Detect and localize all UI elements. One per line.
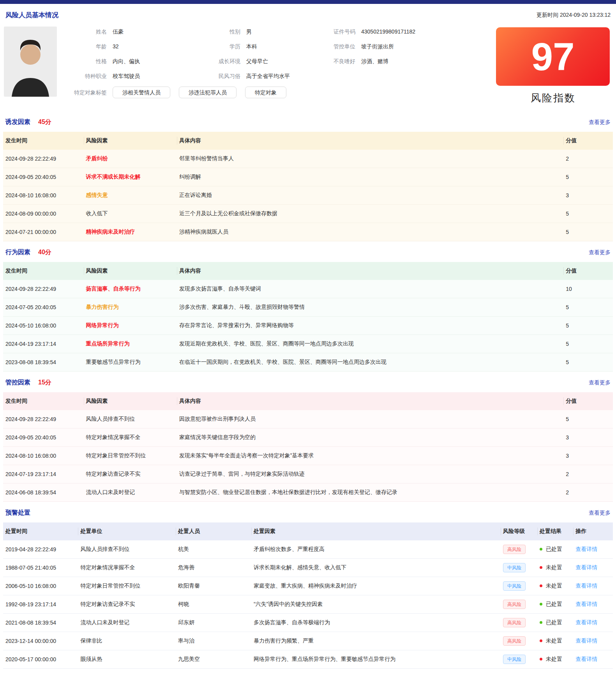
character-label: 性格: [63, 57, 107, 66]
result-status-dot: [540, 566, 542, 569]
cell-risk-level: 高风险: [501, 614, 537, 632]
name-label: 姓名: [63, 27, 107, 36]
view-detail-link[interactable]: 查看详情: [575, 637, 597, 644]
col-header-disposal-unit: 处置单位: [78, 522, 175, 540]
cell-action: 查看详情: [573, 577, 613, 595]
page-header: 风险人员基本情况 更新时间 2024-09-20 13:23:12: [3, 4, 613, 24]
page-title: 风险人员基本情况: [5, 11, 58, 19]
col-header-disposal-result: 处置结果: [537, 522, 573, 540]
section-header: 管控因素 15分 查看更多: [3, 372, 613, 392]
risk-level-badge: 高风险: [503, 636, 526, 646]
table-row: 2024-04-19 23:17:14 重点场所异常行为 发现近期在党政机关、学…: [3, 335, 613, 353]
col-header-time: 发生时间: [3, 392, 84, 410]
gender-value: 男: [246, 27, 252, 36]
cell-score: 5: [563, 335, 613, 353]
view-more-link[interactable]: 查看更多: [589, 119, 611, 126]
view-more-link[interactable]: 查看更多: [589, 379, 611, 386]
cell-time: 2024-04-19 23:17:14: [3, 335, 84, 353]
custom-label: 民风习俗: [194, 72, 240, 80]
result-status-dot: [540, 548, 542, 551]
cell-content: 近三个月及以上无公积金或社保缴存数据: [177, 205, 563, 223]
cell-disposal-result: 已处置: [537, 595, 573, 614]
table-row: 2024-09-28 22:22:49 风险人员排查不到位 因故意犯罪被作出刑事…: [3, 410, 613, 428]
cell-disposal-factor: 多次扬言滋事、自杀等极端行为: [251, 614, 501, 632]
section-alert-disposal: 预警处置 查看更多 处置时间 处置单位 处置人员 处置因素 风险等级 处置结果 …: [3, 502, 613, 669]
risk-score-panel: 97 风险指数: [496, 27, 613, 105]
cell-score: 5: [563, 410, 613, 428]
factor-label: 特定对象访查记录不实: [86, 471, 141, 477]
cell-factor: 风险人员排查不到位: [84, 410, 177, 428]
section-title: 预警处置: [5, 509, 30, 517]
cell-score: 10: [563, 280, 613, 298]
result-label: 未处置: [546, 637, 562, 644]
cell-disposal-result: 已处置: [537, 614, 573, 632]
view-detail-link[interactable]: 查看详情: [575, 619, 597, 625]
cell-disposal-unit: 特定对象日常管控不到位: [78, 577, 175, 595]
cell-content: 涉精神疾病就医人员: [177, 223, 563, 241]
cell-factor: 精神疾病未及时治疗: [84, 223, 177, 241]
cell-content: 正在诉讼离婚: [177, 186, 563, 205]
section-header: 行为因素 40分 查看更多: [3, 241, 613, 262]
cell-disposal-factor: 诉求长期未化解、感情失意、收入低下: [251, 559, 501, 577]
view-detail-link[interactable]: 查看详情: [575, 582, 597, 589]
cell-disposal-time: 1988-07-05 21:40:05: [3, 559, 78, 577]
cell-risk-level: 中风险: [501, 559, 537, 577]
section-score: 40分: [38, 248, 51, 257]
cell-disposal-time: 2020-05-17 00:00:00: [3, 650, 78, 669]
special-job-value: 校车驾驶员: [113, 72, 140, 80]
view-more-link[interactable]: 查看更多: [589, 510, 611, 517]
section-score: 45分: [38, 118, 51, 126]
cell-disposal-unit: 保律非比: [78, 632, 175, 650]
cell-disposal-person: 柯晓: [176, 595, 251, 614]
cell-factor: 感情失意: [84, 186, 177, 205]
cell-disposal-person: 欧阳青馨: [176, 577, 251, 595]
table-row: 2024-08-10 16:08:00 特定对象日常管控不到位 发现未落实“每半…: [3, 447, 613, 465]
cell-time: 2024-07-19 23:17:14: [3, 465, 84, 483]
factor-label: 感情失意: [86, 192, 108, 198]
bad-habit-value: 涉酒、赌博: [361, 57, 388, 66]
cell-score: 5: [563, 205, 613, 223]
table-row: 2024-07-19 23:17:14 特定对象访查记录不实 访查记录过于简单、…: [3, 465, 613, 483]
col-header-disposal-factor: 处置因素: [251, 522, 501, 540]
view-detail-link[interactable]: 查看详情: [575, 564, 597, 570]
cell-factor: 收入低下: [84, 205, 177, 223]
result-status-dot: [540, 584, 542, 587]
view-detail-link[interactable]: 查看详情: [575, 656, 597, 662]
cell-time: 2024-09-28 22:22:49: [3, 150, 84, 168]
view-detail-link[interactable]: 查看详情: [575, 601, 597, 607]
result-label: 已处置: [546, 546, 562, 552]
table-row: 2024-09-05 20:40:05 诉求不满或长期未化解 纠纷调解 5: [3, 168, 613, 186]
result-status-dot: [540, 639, 542, 642]
col-header-content: 具体内容: [177, 392, 563, 410]
cell-content: 发现多次扬言滋事、自杀等关键词: [177, 280, 563, 298]
person-tag: 涉违法犯罪人员: [179, 87, 237, 98]
section-trigger-factors: 诱发因素 45分 查看更多 发生时间 风险因素 具体内容 分值 2024-09-…: [3, 111, 613, 241]
cell-disposal-result: 已处置: [537, 540, 573, 559]
cell-factor: 特定对象访查记录不实: [84, 465, 177, 483]
section-header: 预警处置 查看更多: [3, 502, 613, 522]
result-status-dot: [540, 621, 542, 624]
cell-score: 2: [563, 465, 613, 483]
result-label: 未处置: [546, 564, 562, 570]
col-header-content: 具体内容: [177, 262, 563, 280]
col-header-time: 发生时间: [3, 262, 84, 280]
cell-score: 2: [563, 150, 613, 168]
cell-score: 5: [563, 317, 613, 335]
view-detail-link[interactable]: 查看详情: [575, 546, 597, 552]
cell-content: 发现未落实“每半年全面走访考察一次特定对象”基本要求: [177, 447, 563, 465]
factor-label: 重点场所异常行为: [86, 340, 130, 347]
growth-env-label: 成长环境: [194, 57, 240, 66]
cell-time: 2023-08-08 18:39:54: [3, 353, 84, 372]
risk-level-badge: 高风险: [503, 600, 526, 609]
cell-disposal-unit: 风险人员排查不到位: [78, 540, 175, 559]
cell-score: 5: [563, 223, 613, 241]
col-header-risk-level: 风险等级: [501, 522, 537, 540]
cell-disposal-time: 1992-08-19 23:17:14: [3, 595, 78, 614]
cell-disposal-factor: “六失”诱因中的关键失控因素: [251, 595, 501, 614]
cell-disposal-factor: 家庭变故、重大疾病、精神疾病未及时治疗: [251, 577, 501, 595]
cell-time: 2024-05-10 16:08:00: [3, 317, 84, 335]
view-more-link[interactable]: 查看更多: [589, 249, 611, 256]
control-unit-value: 坡子街派出所: [361, 42, 394, 51]
character-value: 内向、偏执: [113, 57, 140, 66]
bad-habit-label: 不良嗜好: [322, 57, 355, 66]
